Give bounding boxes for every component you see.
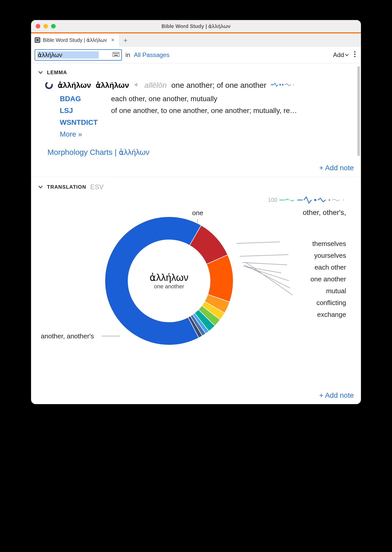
svg-rect-0 <box>113 52 119 57</box>
chart-label-mutual[interactable]: mutual <box>326 287 346 295</box>
sparkline-icon[interactable] <box>271 81 297 90</box>
morphology-link[interactable]: Morphology Charts | ἀλλήλων <box>47 148 354 157</box>
donut-center-sub: one another <box>154 283 184 290</box>
tab-icon <box>35 37 40 43</box>
search-box[interactable] <box>35 49 122 61</box>
lemma-headword-alt: ἀλλήλων <box>96 81 129 90</box>
lemma-headword[interactable]: ἀλλήλων <box>58 81 91 90</box>
svg-point-9 <box>46 82 52 88</box>
translation-version[interactable]: ESV <box>90 183 104 191</box>
chart-label-themselves[interactable]: themselves <box>312 240 346 248</box>
new-tab-button[interactable]: ＋ <box>119 33 132 47</box>
app-window: Bible Word Study | ἀλλήλων Bible Word St… <box>31 20 361 404</box>
sparkline-top[interactable]: 100 <box>268 196 346 204</box>
svg-point-11 <box>282 84 283 85</box>
chart-label-one-another[interactable]: one another <box>310 275 346 283</box>
chart-label-another[interactable]: another, another's <box>41 332 94 340</box>
sparkline-label[interactable]: other, other's, <box>303 208 346 217</box>
dict-def-lsj: of one another, to one another, one anot… <box>111 107 354 115</box>
section-translation: TRANSLATION ESV 100 <box>31 177 361 404</box>
add-dropdown[interactable]: Add <box>333 51 349 59</box>
titlebar: Bible Word Study | ἀλλήλων <box>31 20 361 32</box>
svg-point-12 <box>293 84 294 85</box>
svg-rect-3 <box>116 53 117 54</box>
leader-line <box>244 265 290 289</box>
lemma-transliteration: allēlōn <box>144 81 167 90</box>
dict-def-bdag: each other, one another, mutually <box>111 95 354 103</box>
svg-rect-1 <box>114 53 114 54</box>
section-title-lemma: LEMMA <box>47 70 67 75</box>
leader-line <box>245 262 293 296</box>
svg-point-8 <box>354 56 356 57</box>
lemma-ring-icon[interactable] <box>45 81 53 89</box>
chevron-down-icon <box>38 70 43 75</box>
chart-label-yourselves[interactable]: yourselves <box>314 252 346 260</box>
sparkline-count: 100 <box>268 197 277 203</box>
lemma-gloss: one another; of one another <box>171 81 266 90</box>
search-input[interactable] <box>37 51 99 59</box>
section-title-translation: TRANSLATION <box>47 184 86 190</box>
add-note-lemma[interactable]: + Add note <box>38 164 354 172</box>
leader-line <box>240 254 288 257</box>
chart-label-exchange[interactable]: exchange <box>317 311 346 319</box>
close-tab-button[interactable]: × <box>111 37 114 43</box>
scope-link[interactable]: All Passages <box>134 51 170 59</box>
donut-center-greek: ἀλλήλων <box>150 272 188 283</box>
chevron-down-icon <box>345 54 349 56</box>
in-label: in <box>125 51 130 59</box>
chevron-down-icon <box>38 184 43 190</box>
chart-label-conflicting[interactable]: conflicting <box>316 299 346 307</box>
svg-point-7 <box>354 53 356 55</box>
add-note-translation[interactable]: + Add note <box>38 391 354 399</box>
section-header-lemma[interactable]: LEMMA <box>38 70 354 75</box>
dict-link-lsj[interactable]: LSJ <box>60 107 106 115</box>
dict-link-bdag[interactable]: BDAG <box>60 95 106 103</box>
dictionary-list: BDAG each other, one another, mutually L… <box>60 95 354 127</box>
keyboard-icon[interactable] <box>113 52 119 58</box>
leader-line <box>237 242 280 244</box>
svg-point-13 <box>314 199 316 201</box>
donut-center: ἀλλήλων one another <box>102 214 236 348</box>
more-link[interactable]: More » <box>60 130 354 138</box>
chart-label-each-other[interactable]: each other <box>315 263 346 271</box>
svg-point-14 <box>329 199 330 201</box>
svg-point-6 <box>354 51 356 52</box>
panel-menu-button[interactable] <box>352 51 357 59</box>
dict-def-wsntdict <box>111 118 354 127</box>
svg-point-15 <box>343 199 344 201</box>
section-lemma: LEMMA ἀλλήλων ἀλλήλων allēlōn one anothe… <box>31 63 361 177</box>
add-label: Add <box>333 51 344 59</box>
svg-rect-2 <box>115 53 116 54</box>
translation-chart-area: 100 other, other's, one <box>38 196 354 381</box>
sparkline-icon <box>279 196 346 204</box>
tab-word-study[interactable]: Bible Word Study | ἀλλήλων × <box>31 33 119 47</box>
tab-label: Bible Word Study | ἀλλήλων <box>43 37 107 43</box>
svg-rect-4 <box>117 53 118 54</box>
content: LEMMA ἀλλήλων ἀλλήλων allēlōn one anothe… <box>31 63 361 404</box>
scrollbar[interactable] <box>357 66 360 156</box>
svg-rect-5 <box>114 55 118 56</box>
toolbar: in All Passages Add <box>31 47 361 63</box>
lemma-row: ἀλλήλων ἀλλήλων allēlōn one another; of … <box>45 81 354 90</box>
section-header-translation[interactable]: TRANSLATION ESV <box>38 183 354 191</box>
svg-point-10 <box>279 84 281 85</box>
tab-strip: Bible Word Study | ἀλλήλων × ＋ <box>31 33 361 47</box>
dict-link-wsntdict[interactable]: WSNTDICT <box>60 118 106 127</box>
window-title: Bible Word Study | ἀλλήλων <box>31 23 361 29</box>
speaker-icon[interactable] <box>134 81 140 90</box>
